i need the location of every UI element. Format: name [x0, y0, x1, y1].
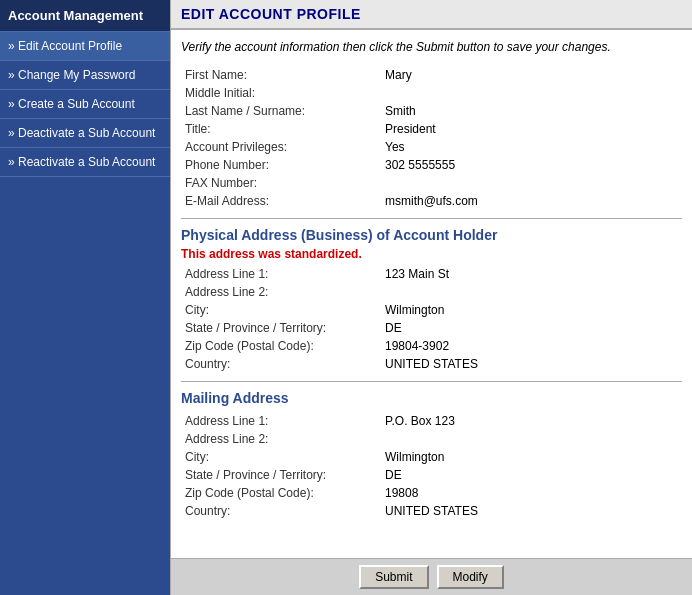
field-value-title: President: [381, 120, 682, 138]
physical-value-state: DE: [381, 319, 682, 337]
field-email-address: E-Mail Address: msmith@ufs.com: [181, 192, 682, 210]
mailing-label-state: State / Province / Territory:: [181, 466, 381, 484]
physical-field-country: Country: UNITED STATES: [181, 355, 682, 373]
field-label-last-name: Last Name / Surname:: [181, 102, 381, 120]
field-title: Title: President: [181, 120, 682, 138]
field-value-first-name: Mary: [381, 66, 682, 84]
section-divider-1: [181, 218, 682, 219]
intro-text: Verify the account information then clic…: [181, 38, 682, 56]
footer: Submit Modify: [171, 558, 692, 595]
sidebar-header: Account Management: [0, 0, 170, 32]
sidebar-item-edit-account-profile[interactable]: » Edit Account Profile: [0, 32, 170, 61]
mailing-value-address2: [381, 430, 682, 448]
mailing-field-country: Country: UNITED STATES: [181, 502, 682, 520]
physical-field-address2: Address Line 2:: [181, 283, 682, 301]
field-value-middle-initial: [381, 84, 682, 102]
physical-label-country: Country:: [181, 355, 381, 373]
main-body: Verify the account information then clic…: [171, 30, 692, 558]
mailing-field-zip: Zip Code (Postal Code): 19808: [181, 484, 682, 502]
physical-field-city: City: Wilmington: [181, 301, 682, 319]
physical-label-state: State / Province / Territory:: [181, 319, 381, 337]
mailing-label-city: City:: [181, 448, 381, 466]
field-first-name: First Name: Mary: [181, 66, 682, 84]
physical-field-zip: Zip Code (Postal Code): 19804-3902: [181, 337, 682, 355]
field-last-name: Last Name / Surname: Smith: [181, 102, 682, 120]
field-label-email-address: E-Mail Address:: [181, 192, 381, 210]
field-account-privileges: Account Privileges: Yes: [181, 138, 682, 156]
physical-value-zip: 19804-3902: [381, 337, 682, 355]
mailing-value-zip: 19808: [381, 484, 682, 502]
page-title: EDIT ACCOUNT PROFILE: [171, 0, 692, 30]
main-content: EDIT ACCOUNT PROFILE Verify the account …: [170, 0, 692, 595]
mailing-label-country: Country:: [181, 502, 381, 520]
mailing-field-address2: Address Line 2:: [181, 430, 682, 448]
mailing-value-address1: P.O. Box 123: [381, 412, 682, 430]
sidebar-item-change-my-password[interactable]: » Change My Password: [0, 61, 170, 90]
mailing-label-zip: Zip Code (Postal Code):: [181, 484, 381, 502]
physical-label-address2: Address Line 2:: [181, 283, 381, 301]
physical-label-city: City:: [181, 301, 381, 319]
field-phone-number: Phone Number: 302 5555555: [181, 156, 682, 174]
mailing-value-country: UNITED STATES: [381, 502, 682, 520]
field-label-first-name: First Name:: [181, 66, 381, 84]
physical-value-country: UNITED STATES: [381, 355, 682, 373]
mailing-field-city: City: Wilmington: [181, 448, 682, 466]
field-value-account-privileges: Yes: [381, 138, 682, 156]
physical-label-zip: Zip Code (Postal Code):: [181, 337, 381, 355]
mailing-label-address1: Address Line 1:: [181, 412, 381, 430]
sidebar-item-create-sub-account[interactable]: » Create a Sub Account: [0, 90, 170, 119]
mailing-field-state: State / Province / Territory: DE: [181, 466, 682, 484]
mailing-address-title: Mailing Address: [181, 390, 682, 406]
physical-address-title: Physical Address (Business) of Account H…: [181, 227, 682, 243]
field-label-fax-number: FAX Number:: [181, 174, 381, 192]
submit-button[interactable]: Submit: [359, 565, 428, 589]
modify-button[interactable]: Modify: [437, 565, 504, 589]
physical-label-address1: Address Line 1:: [181, 265, 381, 283]
field-middle-initial: Middle Initial:: [181, 84, 682, 102]
field-label-account-privileges: Account Privileges:: [181, 138, 381, 156]
mailing-value-state: DE: [381, 466, 682, 484]
field-value-phone-number: 302 5555555: [381, 156, 682, 174]
field-value-fax-number: [381, 174, 682, 192]
physical-value-address2: [381, 283, 682, 301]
physical-field-address1: Address Line 1: 123 Main St: [181, 265, 682, 283]
account-fields-table: First Name: Mary Middle Initial: Last Na…: [181, 66, 682, 210]
mailing-value-city: Wilmington: [381, 448, 682, 466]
sidebar-item-deactivate-sub-account[interactable]: » Deactivate a Sub Account: [0, 119, 170, 148]
physical-address-table: Address Line 1: 123 Main St Address Line…: [181, 265, 682, 373]
field-label-middle-initial: Middle Initial:: [181, 84, 381, 102]
physical-field-state: State / Province / Territory: DE: [181, 319, 682, 337]
physical-value-city: Wilmington: [381, 301, 682, 319]
physical-value-address1: 123 Main St: [381, 265, 682, 283]
field-fax-number: FAX Number:: [181, 174, 682, 192]
field-label-title: Title:: [181, 120, 381, 138]
standardized-notice: This address was standardized.: [181, 247, 682, 261]
section-divider-2: [181, 381, 682, 382]
field-value-email-address: msmith@ufs.com: [381, 192, 682, 210]
mailing-address-table: Address Line 1: P.O. Box 123 Address Lin…: [181, 412, 682, 520]
sidebar: Account Management » Edit Account Profil…: [0, 0, 170, 595]
mailing-field-address1: Address Line 1: P.O. Box 123: [181, 412, 682, 430]
mailing-label-address2: Address Line 2:: [181, 430, 381, 448]
field-label-phone-number: Phone Number:: [181, 156, 381, 174]
sidebar-item-reactivate-sub-account[interactable]: » Reactivate a Sub Account: [0, 148, 170, 177]
field-value-last-name: Smith: [381, 102, 682, 120]
